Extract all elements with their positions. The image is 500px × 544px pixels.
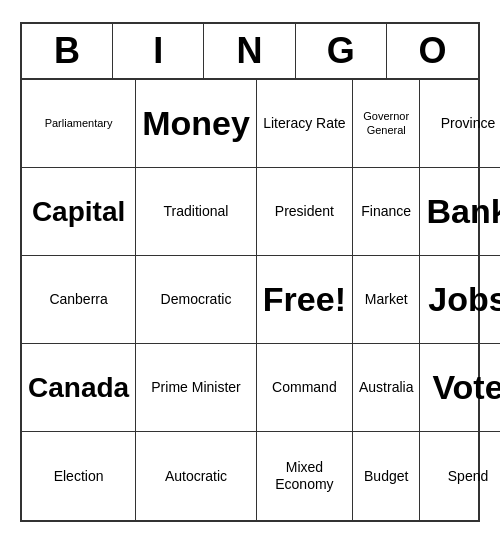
cell-text: Autocratic: [165, 468, 227, 485]
bingo-cell: Jobs: [420, 256, 500, 344]
bingo-cell: Democratic: [136, 256, 257, 344]
header-letter: O: [387, 24, 478, 78]
bingo-cell: Command: [257, 344, 353, 432]
bingo-header: BINGO: [22, 24, 478, 80]
bingo-cell: Governor General: [353, 80, 420, 168]
bingo-cell: Budget: [353, 432, 420, 520]
cell-text: Finance: [361, 203, 411, 220]
bingo-cell: Prime Minister: [136, 344, 257, 432]
bingo-cell: Finance: [353, 168, 420, 256]
cell-text: Province: [441, 115, 495, 132]
bingo-cell: Election: [22, 432, 136, 520]
bingo-card: BINGO ParliamentaryMoneyLiteracy RateGov…: [20, 22, 480, 522]
bingo-cell: Bank: [420, 168, 500, 256]
cell-text: Canberra: [49, 291, 107, 308]
header-letter: I: [113, 24, 204, 78]
bingo-cell: Money: [136, 80, 257, 168]
cell-text: Capital: [32, 195, 125, 229]
cell-text: Traditional: [164, 203, 229, 220]
bingo-cell: Spend: [420, 432, 500, 520]
cell-text: Budget: [364, 468, 408, 485]
cell-text: Australia: [359, 379, 413, 396]
cell-text: Free!: [263, 279, 346, 320]
cell-text: Election: [54, 468, 104, 485]
bingo-cell: Mixed Economy: [257, 432, 353, 520]
cell-text: Mixed Economy: [263, 459, 346, 493]
bingo-cell: Vote: [420, 344, 500, 432]
bingo-cell: Parliamentary: [22, 80, 136, 168]
bingo-cell: Canada: [22, 344, 136, 432]
bingo-cell: Australia: [353, 344, 420, 432]
header-letter: N: [204, 24, 295, 78]
bingo-cell: Canberra: [22, 256, 136, 344]
cell-text: Prime Minister: [151, 379, 240, 396]
cell-text: Jobs: [428, 279, 500, 320]
bingo-cell: Autocratic: [136, 432, 257, 520]
bingo-cell: Literacy Rate: [257, 80, 353, 168]
bingo-cell: Market: [353, 256, 420, 344]
cell-text: Literacy Rate: [263, 115, 345, 132]
cell-text: Command: [272, 379, 337, 396]
cell-text: Governor General: [359, 110, 413, 136]
cell-text: President: [275, 203, 334, 220]
bingo-cell: Province: [420, 80, 500, 168]
cell-text: Market: [365, 291, 408, 308]
cell-text: Money: [142, 103, 250, 144]
bingo-cell: Capital: [22, 168, 136, 256]
cell-text: Bank: [426, 191, 500, 232]
header-letter: G: [296, 24, 387, 78]
cell-text: Democratic: [161, 291, 232, 308]
cell-text: Spend: [448, 468, 488, 485]
bingo-cell: Traditional: [136, 168, 257, 256]
bingo-cell: Free!: [257, 256, 353, 344]
bingo-cell: President: [257, 168, 353, 256]
header-letter: B: [22, 24, 113, 78]
cell-text: Vote: [432, 367, 500, 408]
cell-text: Parliamentary: [45, 117, 113, 130]
bingo-grid: ParliamentaryMoneyLiteracy RateGovernor …: [22, 80, 478, 520]
cell-text: Canada: [28, 371, 129, 405]
